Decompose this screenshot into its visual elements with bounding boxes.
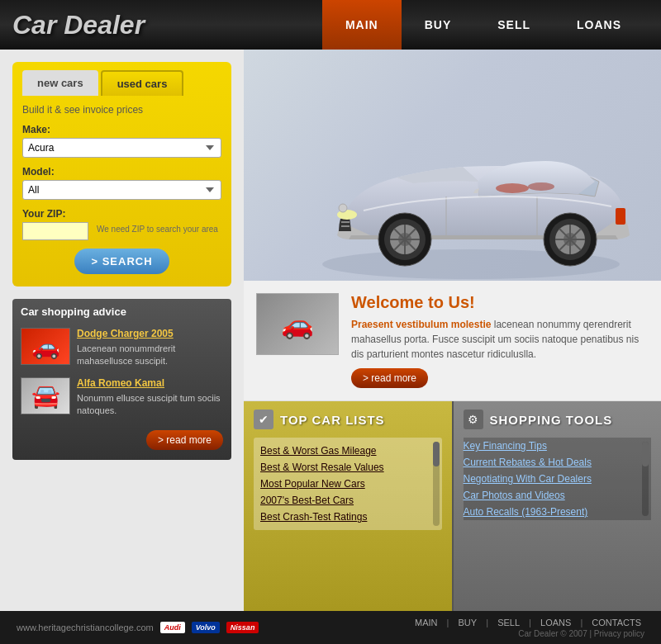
top-car-lists-scroll[interactable]: Best & Worst Gas Mileage Best & Worst Re…	[254, 438, 442, 530]
make-label: Make:	[22, 124, 221, 135]
footer-sep-1: |	[447, 618, 452, 627]
tool-item-3[interactable]: Negotiating With Car Dealers	[464, 471, 639, 487]
zip-row: We need ZIP to search your area	[22, 222, 221, 240]
svg-point-5	[339, 204, 347, 212]
top-car-lists-title: TOP CAR LISTS	[280, 413, 385, 427]
search-box: new cars used cars Build it & see invoic…	[12, 62, 231, 286]
tool-link-3[interactable]: Negotiating With Car Dealers	[464, 473, 592, 485]
shopping-tools-title: SHOPPING TOOLS	[490, 413, 613, 427]
top-car-lists-icon: ✔	[254, 410, 273, 429]
logo: Car Dealer	[12, 10, 145, 40]
advice-thumb-2: 🚘	[21, 377, 70, 414]
advice-text-2: Alfa Romeo Kamal Nonumm ellusce suscipit…	[77, 377, 223, 417]
tab-new-cars[interactable]: new cars	[22, 70, 98, 96]
tool-link-2[interactable]: Current Rebates & Hot Deals	[464, 457, 592, 468]
welcome-thumbnail: 🚗	[256, 293, 339, 355]
tabs-row: new cars used cars	[22, 70, 221, 96]
tool-item-1[interactable]: Key Financing Tips	[464, 438, 639, 454]
nav: MAIN BUY SELL LOANS	[322, 0, 644, 50]
nav-loans[interactable]: LOANS	[554, 0, 644, 50]
advice-car-title-1[interactable]: Dodge Charger 2005	[77, 328, 223, 339]
shopping-tools-panel: ⚙ SHOPPING TOOLS Key Financing Tips Curr…	[452, 401, 662, 611]
footer-nav-sell[interactable]: SELL	[497, 618, 520, 627]
advice-car-title-2[interactable]: Alfa Romeo Kamal	[77, 377, 223, 389]
svg-rect-2	[341, 225, 350, 227]
zip-note: We need ZIP to search your area	[97, 224, 218, 234]
list-link-3[interactable]: Most Popular New Cars	[260, 478, 365, 490]
brand-nissan: Nissan	[226, 622, 259, 633]
welcome-section: 🚗 Welcome to Us! Praesent vestibulum mol…	[244, 281, 661, 401]
list-item-4[interactable]: 2007's Best-Bet Cars	[260, 492, 429, 509]
advice-car-desc-2: Nonumm ellusce suscipit tum sociis natoq…	[77, 393, 221, 415]
nav-buy[interactable]: BUY	[402, 0, 475, 50]
zip-input[interactable]	[22, 222, 88, 240]
model-label: Model:	[22, 166, 221, 178]
list-link-1[interactable]: Best & Worst Gas Mileage	[260, 445, 377, 457]
advice-car-desc-1: Lacenean nonummdrerit mahasellusce susci…	[77, 343, 175, 366]
hero-banner	[244, 50, 661, 281]
list-item-5[interactable]: Best Crash-Test Ratings	[260, 509, 429, 525]
content-area: 🚗 Welcome to Us! Praesent vestibulum mol…	[244, 50, 661, 611]
shopping-tools-scroll-thumb[interactable]	[642, 442, 649, 466]
footer-nav-main[interactable]: MAIN	[415, 618, 438, 627]
logo-text: Car Dealer	[12, 10, 145, 40]
tool-link-4[interactable]: Car Photos and Videos	[464, 490, 565, 501]
car-illustration	[297, 74, 644, 281]
list-item-1[interactable]: Best & Worst Gas Mileage	[260, 443, 429, 459]
list-link-2[interactable]: Best & Worst Resale Values	[260, 462, 384, 473]
tool-link-5[interactable]: Auto Recalls (1963-Present)	[464, 506, 588, 518]
footer-nav-contacts[interactable]: CONTACTS	[592, 618, 641, 627]
welcome-strong: Praesent vestibulum molestie	[351, 319, 491, 330]
top-car-lists-header: ✔ TOP CAR LISTS	[254, 410, 442, 429]
footer: www.heritagechristiancollege.com Audi Vo…	[0, 611, 661, 644]
shopping-tools-header: ⚙ SHOPPING TOOLS	[464, 410, 652, 429]
welcome-title: Welcome to Us!	[351, 293, 649, 312]
advice-title: Car shopping advice	[21, 305, 223, 318]
list-item-3[interactable]: Most Popular New Cars	[260, 476, 429, 492]
shopping-tools-scrollbar[interactable]	[642, 442, 649, 516]
tool-item-4[interactable]: Car Photos and Videos	[464, 487, 639, 504]
header: Car Dealer MAIN BUY SELL LOANS	[0, 0, 661, 50]
advice-thumb-1: 🚗	[21, 328, 70, 365]
top-car-lists-scroll-thumb[interactable]	[433, 442, 440, 466]
advice-item-1: 🚗 Dodge Charger 2005 Lacenean nonummdrer…	[21, 328, 223, 367]
nav-main[interactable]: MAIN	[322, 0, 402, 50]
svg-rect-1	[341, 221, 350, 223]
svg-rect-4	[616, 208, 625, 225]
footer-copyright: Car Dealer © 2007 | Privacy policy	[411, 629, 644, 638]
footer-sep-2: |	[486, 618, 491, 627]
footer-nav-buy[interactable]: BUY	[459, 618, 478, 627]
advice-text-1: Dodge Charger 2005 Lacenean nonummdrerit…	[77, 328, 223, 367]
list-link-5[interactable]: Best Crash-Test Ratings	[260, 511, 367, 523]
brand-audi: Audi	[160, 622, 185, 633]
footer-nav: MAIN | BUY | SELL | LOANS | CONTACTS	[411, 618, 644, 627]
brand-volvo: Volvo	[192, 622, 220, 633]
footer-sep-3: |	[529, 618, 534, 627]
main-content: new cars used cars Build it & see invoic…	[0, 50, 661, 611]
footer-url: www.heritagechristiancollege.com	[17, 623, 154, 632]
zip-label: Your ZIP:	[22, 208, 221, 220]
model-select[interactable]: All	[22, 180, 221, 200]
advice-box: Car shopping advice 🚗 Dodge Charger 2005…	[12, 299, 231, 460]
tool-item-5[interactable]: Auto Recalls (1963-Present)	[464, 504, 639, 520]
footer-right: MAIN | BUY | SELL | LOANS | CONTACTS Car…	[411, 618, 644, 638]
advice-read-more[interactable]: read more	[146, 430, 223, 450]
tool-item-2[interactable]: Current Rebates & Hot Deals	[464, 454, 639, 471]
list-item-2[interactable]: Best & Worst Resale Values	[260, 459, 429, 476]
tab-used-cars[interactable]: used cars	[101, 70, 184, 96]
invoice-text: Build it & see invoice prices	[22, 104, 221, 116]
top-car-lists-scrollbar[interactable]	[433, 442, 440, 526]
shopping-tools-scroll[interactable]: Key Financing Tips Current Rebates & Hot…	[464, 438, 652, 520]
nav-sell[interactable]: SELL	[474, 0, 554, 50]
search-button[interactable]: SEARCH	[74, 249, 169, 274]
footer-nav-loans[interactable]: LOANS	[540, 618, 571, 627]
make-select[interactable]: Acura	[22, 138, 221, 158]
tool-link-1[interactable]: Key Financing Tips	[464, 440, 547, 452]
svg-point-24	[496, 183, 529, 193]
welcome-text: Welcome to Us! Praesent vestibulum moles…	[351, 293, 649, 388]
hero-car	[297, 74, 644, 281]
welcome-read-more[interactable]: read more	[351, 368, 428, 388]
footer-left: www.heritagechristiancollege.com Audi Vo…	[17, 622, 259, 633]
list-link-4[interactable]: 2007's Best-Bet Cars	[260, 495, 354, 506]
footer-sep-4: |	[580, 618, 585, 627]
